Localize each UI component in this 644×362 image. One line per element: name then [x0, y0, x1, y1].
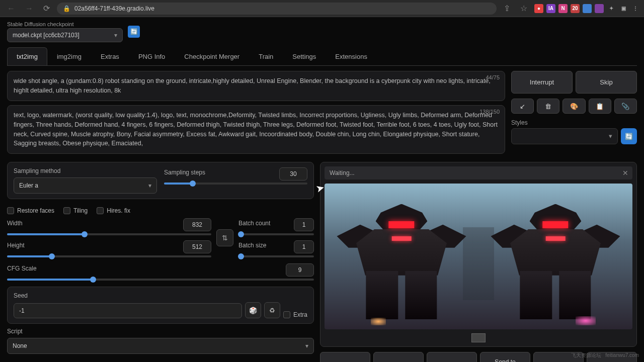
quick-btn-palette[interactable]: 🎨: [562, 99, 585, 114]
star-icon[interactable]: ☆: [517, 3, 530, 14]
output-image[interactable]: [325, 184, 632, 329]
back-button[interactable]: ←: [4, 3, 18, 14]
reload-button[interactable]: ⟳: [40, 3, 53, 14]
checkpoint-refresh-button[interactable]: 🔄: [128, 26, 140, 38]
ext-icon-6[interactable]: [595, 4, 604, 13]
height-label: Height: [7, 242, 25, 249]
quick-btn-clipboard[interactable]: 📋: [589, 99, 611, 114]
tab-extras[interactable]: Extras: [91, 47, 129, 65]
prompt-token-count: 44/75: [486, 73, 500, 82]
tab-train[interactable]: Train: [249, 47, 283, 65]
watermark: 飞天资源论坛 feitianwu7.com: [571, 352, 639, 359]
extension-icons: ● IA N 20 ✦ ▣ ⋮: [534, 4, 640, 13]
puzzle-icon[interactable]: ✦: [607, 4, 616, 13]
checkpoint-select[interactable]: model.ckpt [cc6cb27103]: [7, 28, 123, 42]
url-bar[interactable]: 🔒 02a56ff4-71ff-439e.gradio.live: [57, 3, 497, 15]
menu-icon[interactable]: ⋮: [631, 4, 640, 13]
width-slider[interactable]: [7, 233, 211, 235]
sampling-steps-label: Sampling steps: [164, 169, 205, 176]
batch-count-label: Batch count: [238, 220, 270, 227]
url-text: 02a56ff4-71ff-439e.gradio.live: [74, 5, 154, 12]
tab-img2img[interactable]: img2img: [47, 47, 91, 65]
negative-prompt-input[interactable]: 138/150 text, logo, watermark, (worst qu…: [7, 105, 505, 154]
interrupt-button[interactable]: Interrupt: [511, 71, 573, 94]
tab-checkpoint-merger[interactable]: Checkpoint Merger: [175, 47, 249, 65]
cfg-label: CFG Scale: [7, 265, 37, 272]
send-img2img-button[interactable]: Send to img2img: [480, 352, 530, 362]
ext-icon-2[interactable]: IA: [546, 4, 555, 13]
cfg-slider[interactable]: [7, 279, 314, 281]
sampling-method-label: Sampling method: [14, 167, 157, 174]
tiling-checkbox[interactable]: Tiling: [63, 207, 88, 214]
styles-label: Styles: [511, 119, 528, 126]
seed-input[interactable]: [14, 303, 242, 318]
output-close-button[interactable]: ✕: [622, 169, 628, 177]
height-input[interactable]: [183, 240, 211, 253]
lock-icon: 🔒: [63, 5, 70, 12]
tab-txt2img[interactable]: txt2img: [7, 47, 47, 65]
output-thumbnail[interactable]: [471, 333, 486, 342]
script-select[interactable]: None: [7, 338, 314, 354]
width-input[interactable]: [183, 218, 211, 231]
forward-button[interactable]: →: [22, 3, 36, 14]
ext-icon-5[interactable]: [583, 4, 592, 13]
height-slider[interactable]: [7, 255, 211, 257]
checkpoint-label: Stable Diffusion checkpoint: [7, 21, 123, 27]
negative-token-count: 138/150: [479, 108, 500, 116]
skip-button[interactable]: Skip: [576, 71, 637, 94]
styles-select[interactable]: [511, 128, 618, 144]
seed-extra-checkbox[interactable]: Extra: [283, 311, 307, 318]
save-button[interactable]: Save: [373, 352, 424, 362]
sampling-steps-input[interactable]: [279, 167, 307, 180]
sampling-method-select[interactable]: Euler a: [14, 177, 157, 194]
batch-count-slider[interactable]: [238, 233, 314, 235]
quick-btn-trash[interactable]: 🗑: [537, 99, 559, 114]
main-tabs: txt2img img2img Extras PNG Info Checkpoi…: [7, 47, 637, 66]
batch-size-input[interactable]: [294, 240, 314, 253]
cfg-input[interactable]: [286, 263, 314, 277]
seed-random-button[interactable]: 🎲: [245, 302, 261, 318]
script-label: Script: [7, 328, 314, 335]
styles-apply-button[interactable]: 🔄: [621, 128, 637, 144]
tab-settings[interactable]: Settings: [283, 47, 326, 65]
output-status: Waiting... ✕: [325, 166, 632, 179]
share-icon[interactable]: ⇪: [501, 3, 513, 14]
width-label: Width: [7, 220, 23, 227]
prompt-input[interactable]: 44/75 wide shot angle, a (gundam:0.8) ro…: [7, 71, 505, 101]
browser-toolbar: ← → ⟳ 🔒 02a56ff4-71ff-439e.gradio.live ⇪…: [0, 0, 644, 17]
batch-size-label: Batch size: [238, 242, 266, 249]
panel-icon[interactable]: ▣: [619, 4, 628, 13]
folder-button[interactable]: 📁: [320, 352, 370, 362]
ext-icon-1[interactable]: ●: [534, 4, 543, 13]
hires-fix-checkbox[interactable]: Hires. fix: [97, 207, 130, 214]
sampling-steps-slider[interactable]: [164, 183, 307, 185]
restore-faces-checkbox[interactable]: Restore faces: [7, 207, 54, 214]
quick-btn-pin[interactable]: 📎: [614, 99, 637, 114]
quick-btn-arrow[interactable]: ↙: [511, 99, 534, 114]
swap-dimensions-button[interactable]: ⇅: [216, 229, 233, 246]
seed-recycle-button[interactable]: ♻: [264, 302, 280, 318]
batch-size-slider[interactable]: [238, 255, 314, 257]
ext-icon-4[interactable]: 20: [571, 4, 580, 13]
zip-button[interactable]: Zip: [427, 352, 477, 362]
batch-count-input[interactable]: [294, 218, 314, 231]
seed-label: Seed: [14, 292, 307, 299]
tab-pnginfo[interactable]: PNG Info: [129, 47, 175, 65]
output-panel: Waiting... ✕: [320, 162, 637, 347]
tab-extensions[interactable]: Extensions: [326, 47, 377, 65]
ext-icon-3[interactable]: N: [558, 4, 568, 13]
